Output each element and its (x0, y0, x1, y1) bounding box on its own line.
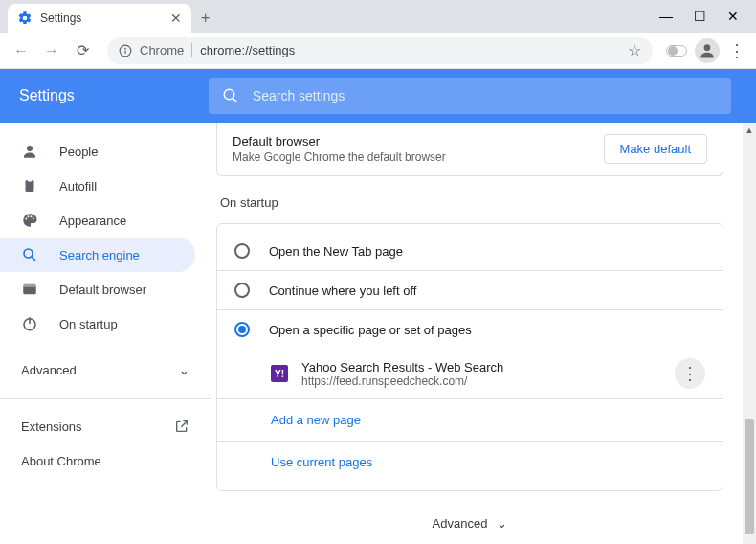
sidebar-item-label: People (59, 145, 98, 159)
svg-rect-16 (23, 284, 36, 287)
sidebar-item-label: Search engine (59, 248, 140, 262)
new-tab-button[interactable]: + (201, 4, 210, 33)
url-text: chrome://settings (200, 43, 620, 57)
radio-icon (234, 243, 250, 259)
advanced-label: Advanced (433, 516, 488, 531)
svg-point-4 (224, 89, 234, 100)
svg-rect-7 (26, 180, 34, 192)
sidebar-advanced-toggle[interactable]: Advanced ⌄ (0, 351, 211, 389)
sidebar-item-on-startup[interactable]: On startup (0, 306, 211, 341)
svg-line-14 (32, 257, 35, 261)
svg-point-11 (31, 215, 33, 217)
radio-label: Open a specific page or set of pages (269, 323, 472, 337)
tab-title: Settings (40, 11, 163, 25)
browser-menu-button[interactable]: ⋮ (727, 40, 746, 61)
startup-page-title: Yahoo Search Results - Web Search (301, 360, 661, 374)
svg-point-9 (25, 218, 27, 220)
default-browser-card: Default browser Make Google Chrome the d… (216, 123, 723, 176)
make-default-button[interactable]: Make default (604, 134, 707, 164)
external-link-icon (174, 419, 189, 434)
browser-tab-bar: Settings ✕ + — ☐ ✕ (0, 0, 756, 33)
on-startup-heading: On startup (220, 195, 723, 210)
browser-tab[interactable]: Settings ✕ (8, 4, 191, 33)
on-startup-card: Open the New Tab page Continue where you… (216, 223, 723, 491)
svg-point-6 (27, 146, 33, 151)
search-settings-box[interactable] (209, 78, 731, 114)
search-icon (21, 246, 40, 263)
profile-avatar[interactable] (695, 38, 720, 63)
radio-icon-selected (234, 322, 250, 337)
sidebar-item-people[interactable]: People (0, 134, 211, 169)
search-icon (222, 87, 239, 104)
browser-icon (21, 281, 40, 298)
sidebar-item-appearance[interactable]: Appearance (0, 203, 211, 238)
settings-header: Settings (0, 69, 756, 123)
back-button[interactable]: ← (10, 42, 33, 59)
page-title: Settings (19, 87, 75, 104)
sidebar-item-label: On startup (59, 317, 118, 331)
bookmark-icon[interactable]: ☆ (628, 41, 641, 59)
use-current-pages-link[interactable]: Use current pages (217, 442, 723, 483)
sidebar-item-label: Appearance (59, 214, 126, 228)
scroll-up-icon[interactable]: ▲ (743, 123, 756, 138)
settings-sidebar: People Autofill Appearance Search engine… (0, 123, 211, 544)
default-browser-subtitle: Make Google Chrome the default browser (233, 150, 446, 164)
divider (0, 398, 211, 399)
minimize-button[interactable]: — (659, 9, 673, 24)
svg-point-3 (704, 44, 711, 51)
sidebar-item-autofill[interactable]: Autofill (0, 169, 211, 203)
svg-rect-2 (124, 50, 125, 54)
sidebar-item-label: Autofill (59, 179, 97, 193)
svg-line-5 (233, 98, 237, 102)
favicon-icon: Y! (271, 365, 288, 382)
address-bar[interactable]: Chrome chrome://settings ☆ (107, 37, 653, 64)
advanced-expand-button[interactable]: Advanced ⌄ (216, 516, 723, 531)
chevron-down-icon: ⌄ (497, 516, 507, 531)
browser-toolbar: ← → ⟳ Chrome chrome://settings ☆ ⋮ (0, 33, 756, 69)
sidebar-extensions-label: Extensions (21, 419, 82, 434)
gear-icon (17, 11, 33, 26)
forward-button[interactable]: → (40, 42, 63, 59)
sidebar-item-default-browser[interactable]: Default browser (0, 272, 211, 306)
close-window-button[interactable]: ✕ (727, 9, 739, 24)
startup-page-entry: Y! Yahoo Search Results - Web Search htt… (217, 349, 723, 398)
settings-main: Default browser Make Google Chrome the d… (211, 123, 756, 544)
omnibox-chip: Chrome (140, 43, 192, 57)
sidebar-advanced-label: Advanced (21, 363, 77, 377)
search-input[interactable] (253, 88, 718, 103)
svg-point-13 (24, 249, 33, 258)
default-browser-title: Default browser (233, 134, 446, 148)
scrollbar[interactable]: ▲ (743, 123, 756, 544)
svg-rect-8 (28, 179, 33, 182)
sidebar-about-label: About Chrome (21, 454, 101, 468)
radio-label: Continue where you left off (269, 283, 416, 298)
close-tab-icon[interactable]: ✕ (170, 11, 182, 26)
radio-icon (234, 283, 250, 298)
site-info-icon[interactable] (119, 44, 132, 57)
power-icon (21, 315, 40, 332)
scrollbar-thumb[interactable] (745, 419, 754, 534)
radio-open-new-tab[interactable]: Open the New Tab page (217, 232, 723, 270)
extension-toggle[interactable] (666, 45, 687, 57)
chevron-down-icon: ⌄ (179, 363, 189, 377)
reload-button[interactable]: ⟳ (71, 41, 94, 59)
person-icon (21, 143, 40, 160)
more-actions-button[interactable]: ⋮ (675, 358, 705, 389)
radio-continue[interactable]: Continue where you left off (217, 271, 723, 309)
clipboard-icon (21, 177, 40, 194)
radio-label: Open the New Tab page (269, 244, 403, 259)
sidebar-item-search-engine[interactable]: Search engine (0, 238, 195, 272)
maximize-button[interactable]: ☐ (694, 9, 706, 24)
startup-page-url: https://feed.runspeedcheck.com/ (301, 374, 661, 388)
svg-point-10 (28, 215, 30, 217)
sidebar-item-extensions[interactable]: Extensions (0, 409, 211, 443)
radio-specific-pages[interactable]: Open a specific page or set of pages (217, 310, 723, 349)
sidebar-item-label: Default browser (59, 283, 146, 297)
svg-point-1 (124, 47, 126, 49)
svg-point-12 (33, 218, 34, 220)
add-new-page-link[interactable]: Add a new page (217, 399, 723, 441)
sidebar-item-about[interactable]: About Chrome (0, 443, 211, 478)
palette-icon (21, 212, 40, 229)
